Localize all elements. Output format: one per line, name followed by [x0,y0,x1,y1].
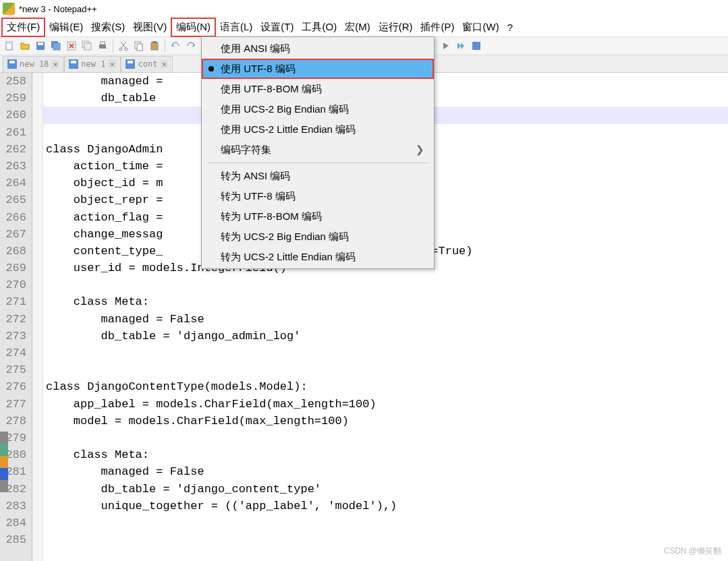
code-line[interactable]: managed = False [43,311,728,328]
window-title: *new 3 - Notepad++ [19,4,97,14]
disk-icon [7,59,17,69]
encoding-option[interactable]: 转为 UCS-2 Little Endian 编码 [202,247,434,267]
encoding-option[interactable]: 使用 UCS-2 Little Endian 编码 [202,119,434,140]
menu-item-label: 转为 UCS-2 Little Endian 编码 [221,251,356,264]
line-number: 258 [3,73,26,90]
tab-label: new 1 [81,59,105,69]
encoding-option[interactable]: 转为 UCS-2 Big Endian 编码 [202,227,434,247]
save-all-icon[interactable] [49,39,63,53]
line-number: 275 [3,361,26,378]
menu-5[interactable]: 语言(L) [216,19,256,36]
menu-item-label: 使用 UCS-2 Little Endian 编码 [221,123,356,136]
svg-rect-9 [99,45,106,49]
print-icon[interactable] [96,39,109,53]
code-line[interactable]: class DjangoContentType(models.Model): [43,378,728,395]
line-number: 270 [3,276,26,293]
code-line[interactable]: managed = False [43,463,728,480]
code-line[interactable] [43,430,728,446]
svg-rect-1 [6,42,12,44]
encoding-option[interactable]: 转为 ANSI 编码 [202,166,434,186]
tab-1[interactable]: new 1× [64,56,121,72]
encoding-option[interactable]: 转为 UTF-8-BOM 编码 [202,206,434,227]
new-file-icon[interactable] [3,39,16,53]
disk-icon [125,59,135,69]
code-line[interactable]: app_label = models.CharField(max_length=… [43,396,728,413]
fold-column[interactable] [32,73,43,561]
play-multi-icon[interactable] [454,39,468,53]
line-number: 274 [3,345,26,361]
code-line[interactable]: class Meta: [43,293,728,310]
close-all-icon[interactable] [80,39,94,53]
code-line[interactable] [43,361,728,378]
redo-icon[interactable] [184,39,198,53]
line-number: 283 [3,498,26,514]
code-line[interactable]: db_table = 'django_content_type' [43,481,728,498]
close-icon[interactable] [65,39,78,53]
encoding-menu-dropdown: 使用 ANSI 编码使用 UTF-8 编码使用 UTF-8-BOM 编码使用 U… [201,36,435,269]
line-number: 268 [3,243,26,260]
menu-9[interactable]: 运行(R) [374,19,417,36]
titlebar: *new 3 - Notepad++ [0,0,728,18]
tab-label: cont [138,59,157,69]
tab-2[interactable]: cont× [121,56,173,72]
code-line[interactable]: unique_together = (('app_label', 'model'… [43,498,728,514]
line-number: 269 [3,260,26,276]
line-number: 277 [3,396,26,413]
save-macro-icon[interactable] [470,39,483,53]
code-line[interactable] [43,514,728,531]
tab-close-icon[interactable]: × [160,60,168,68]
cut-icon[interactable] [117,39,130,53]
menu-4[interactable]: 编码(N) [171,18,216,37]
line-number: 272 [3,311,26,328]
menu-2[interactable]: 搜索(S) [87,19,129,36]
code-line[interactable] [43,345,728,361]
save-icon[interactable] [34,39,47,53]
menu-item-label: 转为 ANSI 编码 [221,170,290,183]
open-file-icon[interactable] [18,39,32,53]
line-number: 265 [3,191,26,208]
encoding-option[interactable]: 转为 UTF-8 编码 [202,186,434,206]
svg-rect-15 [151,42,158,50]
bullet-icon [208,66,214,71]
menu-11[interactable]: 窗口(W) [458,19,503,36]
play-macro-icon[interactable] [439,39,452,53]
line-number: 263 [3,158,26,175]
copy-icon[interactable] [132,39,146,53]
encoding-option[interactable]: 使用 UTF-8 编码 [202,59,434,79]
encoding-option[interactable]: 编码字符集❯ [202,140,434,160]
encoding-option[interactable]: 使用 UTF-8-BOM 编码 [202,79,434,99]
code-line[interactable] [43,531,728,548]
line-number: 259 [3,90,26,107]
menu-8[interactable]: 宏(M) [341,19,374,36]
disk-icon [69,59,78,69]
line-number: 278 [3,413,26,430]
menu-7[interactable]: 工具(O) [298,19,341,36]
menu-item-label: 编码字符集 [221,144,271,156]
encoding-option[interactable]: 使用 ANSI 编码 [202,38,434,59]
line-number: 267 [3,226,26,243]
menu-12[interactable]: ? [503,20,517,35]
paste-icon[interactable] [148,39,161,53]
code-line[interactable] [43,276,728,293]
tab-close-icon[interactable]: × [51,60,59,68]
app-icon [3,3,15,15]
svg-rect-5 [53,43,60,50]
tab-0[interactable]: new 18× [3,56,64,72]
menu-1[interactable]: 编辑(E) [45,19,87,36]
menubar: 文件(F)编辑(E)搜索(S)视图(V)编码(N)语言(L)设置(T)工具(O)… [0,18,728,36]
code-line[interactable]: class Meta: [43,446,728,463]
menu-item-label: 转为 UCS-2 Big Endian 编码 [221,231,349,243]
menu-0[interactable]: 文件(F) [1,18,45,37]
menu-3[interactable]: 视图(V) [129,19,171,36]
tab-close-icon[interactable]: × [108,60,116,68]
code-line[interactable]: model = models.CharField(max_length=100) [43,413,728,430]
code-line[interactable]: db_table = 'django_admin_log' [43,328,728,345]
undo-icon[interactable] [169,39,182,53]
encoding-option[interactable]: 使用 UCS-2 Big Endian 编码 [202,99,434,119]
line-number: 260 [3,107,26,123]
line-number: 276 [3,378,26,395]
menu-6[interactable]: 设置(T) [256,19,298,36]
menu-item-label: 转为 UTF-8 编码 [221,190,296,203]
menu-10[interactable]: 插件(P) [416,19,458,36]
line-number: 266 [3,209,26,226]
